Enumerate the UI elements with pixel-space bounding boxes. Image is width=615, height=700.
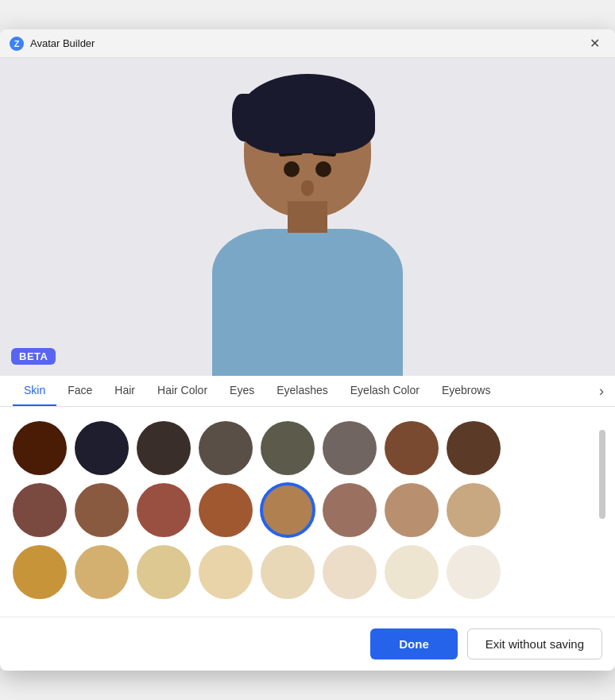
exit-without-saving-button[interactable]: Exit without saving bbox=[467, 628, 602, 659]
color-row-2 bbox=[13, 545, 602, 599]
tab-eyes[interactable]: Eyes bbox=[219, 376, 265, 406]
color-swatch-1-4[interactable] bbox=[261, 483, 315, 537]
close-button[interactable]: ✕ bbox=[583, 33, 605, 55]
color-grid-section bbox=[0, 407, 615, 617]
scrollbar-thumb[interactable] bbox=[599, 430, 605, 519]
tab-scroll-right-button[interactable]: › bbox=[594, 380, 609, 403]
color-row-0 bbox=[13, 421, 602, 475]
color-swatch-2-1[interactable] bbox=[75, 545, 129, 599]
color-swatch-0-2[interactable] bbox=[137, 421, 191, 475]
app-icon: Z bbox=[10, 37, 24, 51]
tab-hair-color[interactable]: Hair Color bbox=[146, 376, 219, 406]
title-bar: Z Avatar Builder ✕ bbox=[0, 29, 615, 58]
color-row-1 bbox=[13, 483, 602, 537]
color-swatch-2-0[interactable] bbox=[13, 545, 67, 599]
color-swatch-0-5[interactable] bbox=[323, 421, 377, 475]
color-swatch-0-0[interactable] bbox=[13, 421, 67, 475]
color-swatch-1-0[interactable] bbox=[13, 483, 67, 537]
color-swatch-0-3[interactable] bbox=[199, 421, 253, 475]
tab-eyelash-color[interactable]: Eyelash Color bbox=[339, 376, 431, 406]
tab-skin[interactable]: Skin bbox=[13, 376, 56, 406]
tab-face[interactable]: Face bbox=[56, 376, 103, 406]
color-swatch-2-2[interactable] bbox=[137, 545, 191, 599]
color-swatch-2-5[interactable] bbox=[323, 545, 377, 599]
window-title: Avatar Builder bbox=[30, 37, 95, 49]
avatar-builder-window: Z Avatar Builder ✕ bbox=[0, 29, 615, 671]
color-swatch-1-5[interactable] bbox=[323, 483, 377, 537]
color-swatch-1-6[interactable] bbox=[385, 483, 439, 537]
color-swatch-2-7[interactable] bbox=[447, 545, 501, 599]
color-swatch-0-4[interactable] bbox=[261, 421, 315, 475]
color-swatch-2-6[interactable] bbox=[385, 545, 439, 599]
avatar-nose bbox=[301, 180, 314, 196]
title-bar-left: Z Avatar Builder bbox=[10, 37, 95, 51]
tab-eyebrows[interactable]: Eyebrows bbox=[431, 376, 501, 406]
avatar-body bbox=[212, 229, 403, 376]
avatar-hair-side bbox=[232, 94, 256, 141]
avatar-neck bbox=[288, 201, 327, 233]
color-swatch-2-3[interactable] bbox=[199, 545, 253, 599]
avatar-figure bbox=[172, 66, 443, 376]
scrollbar-track[interactable] bbox=[599, 421, 605, 599]
color-swatch-1-3[interactable] bbox=[199, 483, 253, 537]
color-swatch-0-1[interactable] bbox=[75, 421, 129, 475]
color-swatch-1-7[interactable] bbox=[447, 483, 501, 537]
avatar-viewport: BETA bbox=[0, 58, 615, 376]
color-swatch-1-1[interactable] bbox=[75, 483, 129, 537]
avatar-hair bbox=[240, 74, 375, 153]
tab-hair[interactable]: Hair bbox=[103, 376, 146, 406]
color-rows-container bbox=[13, 421, 602, 599]
avatar-eye-left bbox=[284, 161, 300, 177]
tabs-section: Skin Face Hair Hair Color Eyes Eyelashes… bbox=[0, 376, 615, 407]
color-swatch-0-7[interactable] bbox=[447, 421, 501, 475]
avatar-eye-right bbox=[315, 161, 331, 177]
avatar-canvas bbox=[0, 58, 615, 376]
color-swatch-1-2[interactable] bbox=[137, 483, 191, 537]
tab-eyelashes[interactable]: Eyelashes bbox=[265, 376, 339, 406]
beta-badge: BETA bbox=[11, 348, 56, 365]
color-swatch-0-6[interactable] bbox=[385, 421, 439, 475]
footer-actions: Done Exit without saving bbox=[0, 617, 615, 671]
color-grid-wrapper bbox=[13, 421, 602, 599]
done-button[interactable]: Done bbox=[370, 628, 458, 659]
color-swatch-2-4[interactable] bbox=[261, 545, 315, 599]
